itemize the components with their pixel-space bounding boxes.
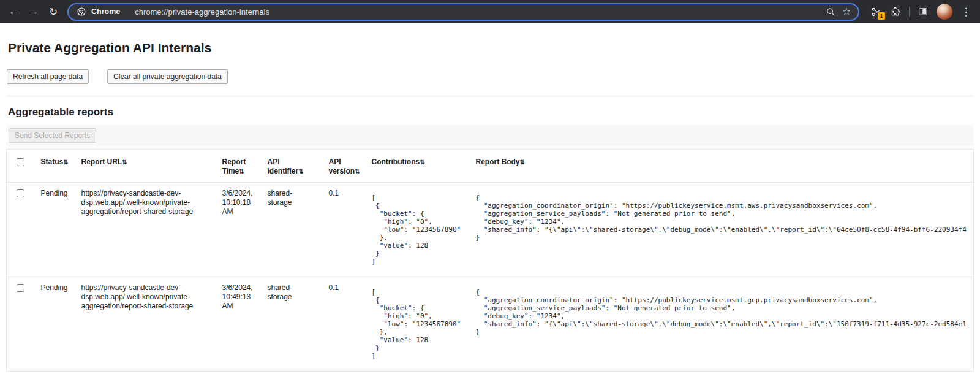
column-header-report-body[interactable]: Report Body⇅ [471,150,974,183]
api-version-cell: 0.1 [324,277,367,372]
site-label: Chrome [91,7,120,16]
report-body-json: { "aggregation_coordinator_origin": "htt… [476,194,969,242]
select-all-checkbox[interactable] [17,158,24,166]
column-header-status-label: Status [41,158,64,166]
api-identifier-cell: shared-storage [263,277,324,372]
side-panel-icon[interactable] [914,2,932,21]
sort-icon: ⇅ [298,168,303,175]
report-body-cell: { "aggregation_coordinator_origin": "htt… [471,277,974,372]
row-select-cell [7,183,36,277]
url-text[interactable]: chrome://private-aggregation-internals [135,7,270,17]
zoom-icon[interactable] [823,4,839,20]
profile-avatar[interactable] [937,4,952,20]
aggregatable-reports-title: Aggregatable reports [8,106,980,118]
site-info-chip[interactable]: Chrome [77,7,120,17]
column-header-api-identifier-label: API identifier [268,158,299,175]
status-cell: Pending [36,183,77,277]
column-header-report-url[interactable]: Report URL⇅ [77,150,217,183]
sort-icon: ⇅ [520,159,524,166]
address-bar[interactable]: Chrome chrome://private-aggregation-inte… [67,3,859,21]
extension-badge: 1 [877,12,886,20]
table-header-row: Status⇅ Report URL⇅ Report Time⇅ API ide… [7,150,974,183]
reload-icon[interactable]: ↻ [44,2,62,21]
row-checkbox[interactable] [17,284,24,292]
back-icon[interactable]: ← [5,2,23,21]
row-checkbox[interactable] [17,189,24,197]
select-all-cell [7,150,36,183]
column-header-api-version-label: API version [329,158,355,175]
toolbar-separator [909,7,910,17]
page-title: Private Aggregation API Internals [8,40,980,55]
chrome-logo-icon [77,7,86,17]
report-body-json: { "aggregation_coordinator_origin": "htt… [476,288,969,336]
scissors-extension-icon[interactable]: 1 [867,2,885,21]
report-url-cell: https://privacy-sandcastle-dev-dsp.web.a… [77,183,217,277]
contributions-json: [ { "bucket": { "high": "0", "low": "123… [372,194,466,265]
column-header-report-body-label: Report Body [476,158,520,166]
send-selected-reports-button[interactable]: Send Selected Reports [9,128,96,143]
api-identifier-value: shared-storage [268,189,304,207]
column-header-status[interactable]: Status⇅ [36,150,77,183]
column-header-api-version[interactable]: API version⇅ [324,150,367,183]
sort-icon: ⇅ [122,159,126,166]
status-cell: Pending [36,277,77,372]
api-version-cell: 0.1 [324,183,367,277]
report-url-cell: https://privacy-sandcastle-dev-dsp.web.a… [77,277,217,372]
report-time-cell: 3/6/2024, 10:10:18 AM [217,183,263,277]
section-divider [6,96,974,96]
column-header-report-time[interactable]: Report Time⇅ [217,150,263,183]
column-header-api-identifier[interactable]: API identifier⇅ [263,150,324,183]
contributions-json: [ { "bucket": { "high": "0", "low": "123… [372,288,466,360]
page-actions: Refresh all page data Clear all private … [7,69,980,84]
column-header-contributions-label: Contributions [372,158,420,166]
extensions-puzzle-icon[interactable] [886,2,905,21]
api-identifier-cell: shared-storage [263,183,324,277]
column-header-report-url-label: Report URL [81,158,123,166]
sort-icon: ⇅ [239,168,243,175]
column-header-contributions[interactable]: Contributions⇅ [367,150,471,183]
contributions-cell: [ { "bucket": { "high": "0", "low": "123… [367,277,471,372]
table-row: Pending https://privacy-sandcastle-dev-d… [7,183,974,277]
forward-icon[interactable]: → [24,2,43,21]
aggregatable-reports-table: Status⇅ Report URL⇅ Report Time⇅ API ide… [6,149,974,372]
refresh-all-button[interactable]: Refresh all page data [7,69,89,84]
report-body-cell: { "aggregation_coordinator_origin": "htt… [471,183,974,277]
sort-icon: ⇅ [420,159,424,166]
report-time-cell: 3/6/2024, 10:49:13 AM [217,277,263,372]
bookmark-star-icon[interactable]: ☆ [839,4,854,20]
table-row: Pending https://privacy-sandcastle-dev-d… [7,277,974,372]
contributions-cell: [ { "bucket": { "high": "0", "low": "123… [367,183,471,277]
send-reports-bar: Send Selected Reports [6,125,974,146]
clear-all-button[interactable]: Clear all private aggregation data [107,69,228,84]
api-identifier-value: shared-storage [268,283,304,302]
sort-icon: ⇅ [63,159,67,166]
browser-toolbar: ← → ↻ Chrome chrome://private-aggregatio… [0,0,980,23]
row-select-cell [7,277,36,372]
sort-icon: ⇅ [355,168,359,175]
browser-menu-icon[interactable]: ⋮ [957,2,975,21]
